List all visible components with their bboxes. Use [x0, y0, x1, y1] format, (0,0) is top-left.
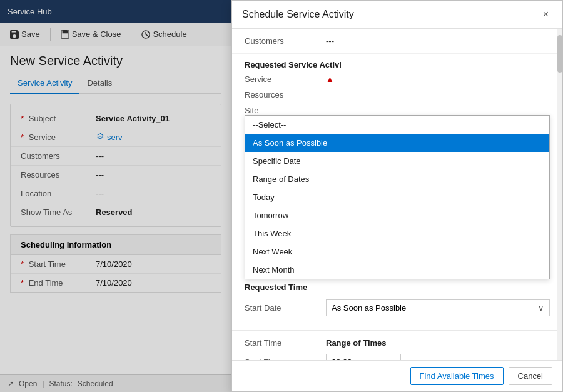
requested-time-section: Requested Time Start Date As Soon as Pos… — [232, 275, 562, 330]
dropdown-item-today[interactable]: Today — [245, 188, 549, 206]
modal-body: Customers --- Requested Service Activi S… — [232, 29, 562, 360]
start-date-select[interactable]: As Soon as Possible ∨ — [326, 299, 550, 316]
modal-footer: Find Available Times Cancel — [232, 360, 562, 391]
requested-service-section: Requested Service Activi Service ▲ Resou… — [232, 54, 562, 115]
range-times-section: Start Time Range of Times Start Time 08:… — [232, 330, 562, 360]
modal-resources-row: Resources — [245, 90, 550, 99]
start-time-cat-label: Start Time — [245, 338, 326, 348]
requested-service-header: Requested Service Activi — [245, 60, 550, 69]
range-of-times-value: Range of Times — [326, 338, 550, 348]
dropdown-item-next-week[interactable]: Next Week — [245, 243, 549, 261]
scrollbar-thumb[interactable] — [557, 35, 562, 73]
dropdown-item-tomorrow[interactable]: Tomorrow — [245, 206, 549, 224]
scrollbar-track[interactable] — [557, 29, 562, 360]
requested-time-header: Requested Time — [245, 283, 550, 292]
modal-close-button[interactable]: × — [539, 8, 552, 21]
modal-site-label: Site — [245, 106, 326, 115]
req-star: ▲ — [326, 74, 334, 84]
dropdown-item-next-month[interactable]: Next Month — [245, 261, 549, 279]
overlay-dim — [0, 0, 231, 392]
dropdown-item-select[interactable]: --Select-- — [245, 116, 549, 134]
modal-site-row: Site — [245, 106, 550, 115]
dropdown-item-range-dates[interactable]: Range of Dates — [245, 170, 549, 188]
modal-service-label: Service — [245, 74, 326, 84]
start-time-header-row: Start Time Range of Times — [245, 338, 550, 348]
start-time-select[interactable]: 08:00 — [326, 354, 401, 360]
modal-customers-value: --- — [326, 36, 550, 46]
cancel-button[interactable]: Cancel — [509, 367, 552, 385]
start-date-chevron-icon: ∨ — [538, 303, 544, 313]
modal-customers-row: Customers --- — [245, 36, 550, 46]
dropdown-list: --Select-- As Soon as Possible Specific … — [245, 115, 550, 279]
modal-header: Schedule Service Activity × — [232, 1, 562, 29]
modal-resources-label: Resources — [245, 90, 326, 99]
start-time-row: Start Time 08:00 — [245, 354, 550, 360]
start-date-row: Start Date As Soon as Possible ∨ — [245, 299, 550, 316]
modal-customers-section: Customers --- — [232, 29, 562, 54]
modal-service-value: ▲ — [326, 74, 550, 84]
start-time-label: Start Time — [245, 358, 326, 360]
dropdown-container: --Select-- As Soon as Possible Specific … — [232, 115, 562, 120]
modal-title: Schedule Service Activity — [242, 9, 354, 20]
dropdown-item-asap[interactable]: As Soon as Possible — [245, 134, 549, 152]
modal-service-row: Service ▲ — [245, 74, 550, 84]
start-date-label: Start Date — [245, 303, 326, 313]
dropdown-item-specific-date[interactable]: Specific Date — [245, 152, 549, 170]
modal-dialog: Schedule Service Activity × Customers --… — [231, 0, 563, 392]
find-available-times-button[interactable]: Find Available Times — [410, 367, 504, 385]
dropdown-item-this-week[interactable]: This Week — [245, 224, 549, 243]
modal-customers-label: Customers — [245, 36, 326, 46]
